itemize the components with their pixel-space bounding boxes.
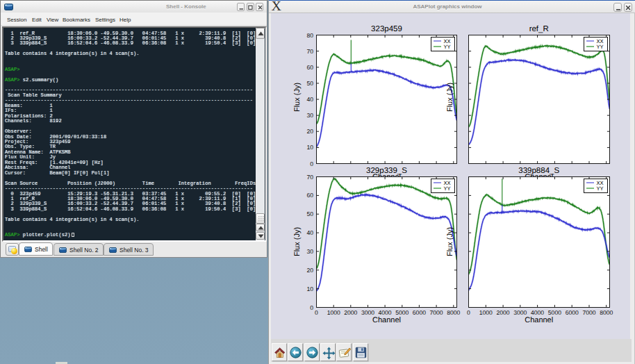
svg-text:2000: 2000 [344,309,357,316]
svg-text:0: 0 [467,309,470,316]
svg-text:Channel: Channel [525,316,553,324]
svg-text:ref_R: ref_R [529,25,549,33]
svg-text:30: 30 [306,112,313,119]
svg-text:7000: 7000 [430,309,443,316]
svg-text:20: 20 [306,267,313,274]
svg-text:323p459: 323p459 [371,25,402,33]
svg-text:Flux (Jy): Flux (Jy) [293,83,302,112]
svg-text:4000: 4000 [379,309,392,316]
svg-text:0: 0 [310,304,313,311]
svg-text:339p884_S: 339p884_S [518,167,559,175]
svg-text:6000: 6000 [413,309,426,316]
svg-text:1000: 1000 [327,309,340,316]
svg-text:3000: 3000 [513,309,527,316]
svg-text:YY: YY [597,185,604,192]
svg-text:60: 60 [306,192,313,199]
svg-text:Channel: Channel [372,316,401,324]
svg-text:1000: 1000 [479,309,493,316]
svg-text:2000: 2000 [497,309,510,316]
svg-text:4000: 4000 [531,309,544,316]
svg-text:329p339_S: 329p339_S [366,167,407,175]
svg-text:50: 50 [306,80,313,87]
svg-text:Flux (Jy): Flux (Jy) [446,227,454,256]
svg-text:YY: YY [444,44,451,50]
svg-text:YY: YY [444,185,451,192]
svg-text:Flux (Jy): Flux (Jy) [293,227,302,256]
svg-text:80: 80 [306,32,313,39]
svg-text:6000: 6000 [566,309,579,316]
svg-text:0: 0 [315,309,318,316]
svg-text:YY: YY [597,44,604,50]
svg-text:60: 60 [306,64,313,71]
svg-text:3000: 3000 [361,309,374,316]
svg-text:70: 70 [306,48,313,55]
svg-text:10: 10 [306,144,313,151]
svg-text:Flux (Jy): Flux (Jy) [446,83,454,112]
svg-text:40: 40 [306,229,313,236]
svg-text:20: 20 [306,128,313,135]
svg-text:7000: 7000 [582,309,595,316]
svg-text:40: 40 [306,96,313,103]
svg-text:5000: 5000 [395,309,409,316]
svg-text:8000: 8000 [447,309,460,316]
svg-text:70: 70 [306,174,313,181]
svg-text:30: 30 [306,248,313,255]
svg-text:8000: 8000 [600,309,613,316]
svg-text:50: 50 [306,210,313,217]
svg-text:5000: 5000 [548,309,561,316]
svg-text:0: 0 [310,160,313,167]
svg-text:10: 10 [306,286,313,292]
